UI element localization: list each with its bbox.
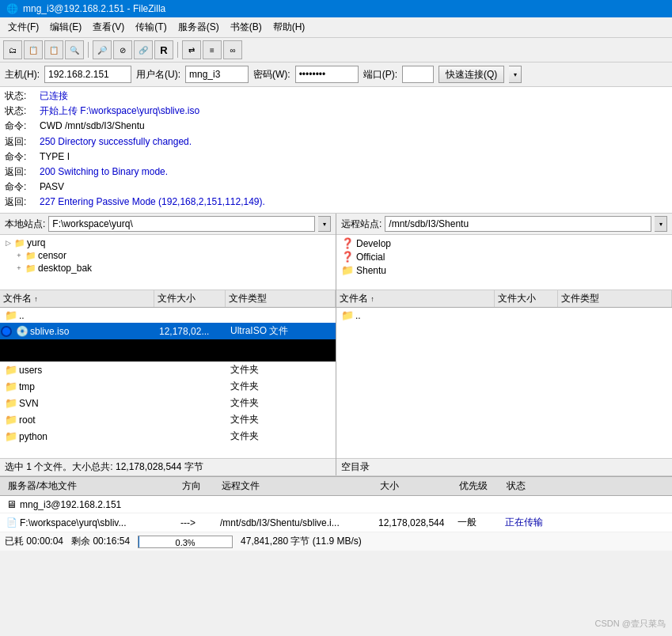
menu-edit[interactable]: 编辑(E) bbox=[45, 19, 86, 36]
quickconnect-button[interactable]: 快速连接(Q) bbox=[439, 66, 504, 83]
toolbar-btn-4[interactable]: 🔍 bbox=[65, 40, 84, 59]
log-area: 状态: 已连接 状态: 开始上传 F:\workspace\yurq\sbliv… bbox=[0, 87, 672, 214]
log-row-5: 返回: 200 Switching to Binary mode. bbox=[5, 165, 667, 180]
remote-panel: 远程站点: ▾ ❓ Develop ❓ Official 📁 Shentu 文件… bbox=[336, 214, 672, 475]
file-row-python[interactable]: 📁python 文件夹 bbox=[0, 428, 336, 445]
queue-server-priority bbox=[454, 504, 502, 505]
expand-censor: + bbox=[14, 252, 24, 259]
toolbar-btn-8[interactable]: ⇄ bbox=[182, 40, 201, 59]
log-value-6: PASV bbox=[40, 180, 64, 195]
log-label-2: 命令: bbox=[5, 119, 33, 134]
host-input[interactable] bbox=[44, 66, 131, 83]
remote-tree-shentu[interactable]: 📁 Shentu bbox=[338, 263, 670, 277]
log-row-4: 命令: TYPE I bbox=[5, 150, 667, 165]
menu-bar: 文件(F) 编辑(E) 查看(V) 传输(T) 服务器(S) 书签(B) 帮助(… bbox=[0, 17, 672, 38]
remote-path-dropdown[interactable]: ▾ bbox=[655, 216, 667, 232]
remote-col-type[interactable]: 文件类型 bbox=[558, 290, 672, 307]
file-row-dotdot[interactable]: 📁.. bbox=[0, 308, 336, 323]
log-label-1: 状态: bbox=[5, 104, 33, 119]
remote-tree[interactable]: ❓ Develop ❓ Official 📁 Shentu bbox=[336, 235, 672, 290]
menu-view[interactable]: 查看(V) bbox=[88, 19, 129, 36]
transfer-queue: 服务器/本地文件 方向 远程文件 大小 优先级 状态 🖥 mng_i3@192.… bbox=[0, 476, 672, 551]
quickconnect-bar: 主机(H): 用户名(U): 密码(W): 端口(P): 快速连接(Q) ▾ bbox=[0, 62, 672, 87]
queue-server-dir bbox=[177, 504, 217, 505]
toolbar-btn-3[interactable]: 📋 bbox=[44, 40, 63, 59]
local-col-name[interactable]: 文件名 ↑ bbox=[0, 290, 154, 307]
file-type-root: 文件夹 bbox=[227, 412, 334, 427]
local-path-dropdown[interactable]: ▾ bbox=[318, 216, 331, 232]
toolbar-btn-9[interactable]: ≡ bbox=[203, 40, 222, 59]
toolbar-btn-6[interactable]: ⊘ bbox=[113, 40, 132, 59]
log-label-4: 命令: bbox=[5, 150, 33, 165]
file-row-svn[interactable]: 📁SVN 文件夹 bbox=[0, 395, 336, 411]
toolbar-btn-2[interactable]: 📋 bbox=[24, 40, 43, 59]
remote-status-text: 空目录 bbox=[341, 461, 370, 472]
password-label: 密码(W): bbox=[253, 68, 290, 81]
title-text: mng_i3@192.168.2.151 - FileZilla bbox=[23, 3, 165, 14]
iso-icon: 💿 bbox=[16, 325, 28, 337]
remote-tree-develop[interactable]: ❓ Develop bbox=[338, 237, 670, 250]
tree-item-censor[interactable]: + 📁 censor bbox=[2, 249, 334, 262]
remote-path-input[interactable] bbox=[385, 216, 651, 232]
queue-direction: ---> bbox=[177, 517, 217, 529]
local-tree[interactable]: ▷ 📁 yurq + 📁 censor + 📁 desktop_bak bbox=[0, 235, 336, 290]
tree-label-yurq: yurq bbox=[27, 237, 45, 248]
queue-server-status bbox=[502, 504, 669, 505]
file-type-svn: 文件夹 bbox=[227, 396, 334, 411]
remote-file-list[interactable]: 📁.. bbox=[336, 308, 672, 458]
toolbar-btn-1[interactable]: 🗂 bbox=[3, 40, 22, 59]
remote-col-size[interactable]: 文件大小 bbox=[495, 290, 558, 307]
local-path-input[interactable] bbox=[48, 216, 315, 232]
password-input[interactable] bbox=[295, 66, 359, 83]
remote-col-name[interactable]: 文件名 ↑ bbox=[336, 290, 495, 307]
file-row-root[interactable]: 📁root 文件夹 bbox=[0, 411, 336, 428]
log-row-6: 命令: PASV bbox=[5, 180, 667, 195]
menu-server[interactable]: 服务器(S) bbox=[173, 19, 224, 36]
toolbar-btn-R[interactable]: R bbox=[154, 40, 173, 59]
file-row-sblive[interactable]: 💿sblive.iso 12,178,02... UltraISO 文件 bbox=[0, 323, 336, 339]
local-status-text: 选中 1 个文件。大小总共: 12,178,028,544 字节 bbox=[5, 461, 203, 472]
local-col-type[interactable]: 文件类型 bbox=[226, 290, 336, 307]
file-type-python: 文件夹 bbox=[227, 429, 334, 444]
queue-status: 正在传输 bbox=[502, 515, 669, 530]
menu-transfer[interactable]: 传输(T) bbox=[131, 19, 171, 36]
remote-folder-dotdot: 📁 bbox=[341, 309, 354, 321]
user-input[interactable] bbox=[185, 66, 249, 83]
file-name-sblive: 💿sblive.iso bbox=[2, 324, 156, 338]
log-label-5: 返回: bbox=[5, 165, 33, 180]
log-label-6: 命令: bbox=[5, 180, 33, 195]
local-status-bar: 选中 1 个文件。大小总共: 12,178,028,544 字节 bbox=[0, 458, 336, 475]
menu-help[interactable]: 帮助(H) bbox=[268, 19, 310, 36]
queue-server-name: 🖥 mng_i3@192.168.2.151 bbox=[3, 498, 177, 511]
tree-item-yurq[interactable]: ▷ 📁 yurq bbox=[2, 237, 334, 249]
queue-header-remote: 远程文件 bbox=[218, 479, 377, 494]
queue-server-remote bbox=[217, 504, 375, 505]
file-size-users bbox=[156, 369, 227, 371]
port-input[interactable] bbox=[402, 66, 434, 83]
remote-file-size-dotdot bbox=[496, 315, 560, 316]
file-row-tmp[interactable]: 📁tmp 文件夹 bbox=[0, 378, 336, 395]
local-label: 本地站点: bbox=[5, 218, 45, 231]
file-size-svn bbox=[156, 403, 227, 404]
quickconnect-dropdown[interactable]: ▾ bbox=[509, 66, 522, 83]
local-file-list[interactable]: 📁.. 💿sblive.iso 12,178,02... UltraISO 文件 bbox=[0, 308, 336, 458]
log-value-0: 已连接 bbox=[40, 89, 68, 104]
file-size-sblive: 12,178,02... bbox=[156, 325, 227, 338]
menu-file[interactable]: 文件(F) bbox=[3, 19, 44, 36]
menu-bookmark[interactable]: 书签(B) bbox=[226, 19, 267, 36]
local-col-size[interactable]: 文件大小 bbox=[154, 290, 226, 307]
folder-icon-yurq: 📁 bbox=[14, 238, 25, 248]
toolbar-btn-7[interactable]: 🔗 bbox=[134, 40, 153, 59]
file-type-sblive: UltraISO 文件 bbox=[227, 324, 334, 339]
remote-tree-official[interactable]: ❓ Official bbox=[338, 250, 670, 263]
remote-tree-label-official: Official bbox=[356, 252, 385, 263]
file-row-users[interactable]: 📁users 文件夹 bbox=[0, 362, 336, 378]
file-size-root bbox=[156, 419, 227, 421]
local-panel-header: 本地站点: ▾ bbox=[0, 214, 336, 235]
tree-item-desktop-bak[interactable]: + 📁 desktop_bak bbox=[2, 262, 334, 274]
log-row-7: 返回: 227 Entering Passive Mode (192,168,2… bbox=[5, 195, 667, 210]
remote-label: 远程站点: bbox=[341, 218, 382, 231]
remote-file-row-dotdot[interactable]: 📁.. bbox=[336, 308, 672, 323]
toolbar-btn-10[interactable]: ∞ bbox=[223, 40, 242, 59]
toolbar-btn-5[interactable]: 🔎 bbox=[93, 40, 112, 59]
